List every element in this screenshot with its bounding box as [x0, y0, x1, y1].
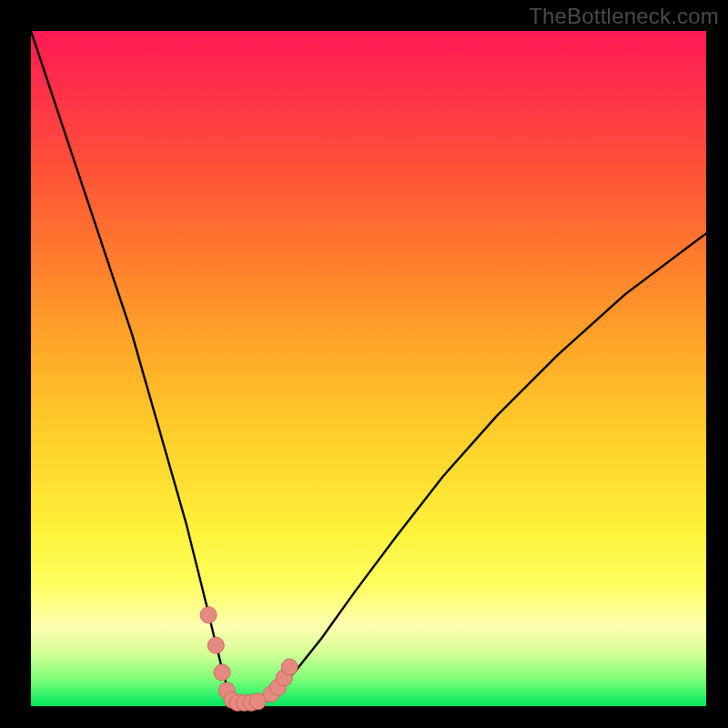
marker-point	[281, 659, 298, 675]
marker-point	[207, 637, 224, 653]
watermark-text: TheBottleneck.com	[529, 4, 719, 29]
chart-svg	[0, 0, 728, 728]
marker-point	[200, 607, 217, 623]
marker-group	[200, 607, 298, 712]
bottleneck-curve	[31, 31, 706, 703]
chart-frame: TheBottleneck.com	[0, 0, 728, 728]
marker-point	[214, 664, 230, 681]
